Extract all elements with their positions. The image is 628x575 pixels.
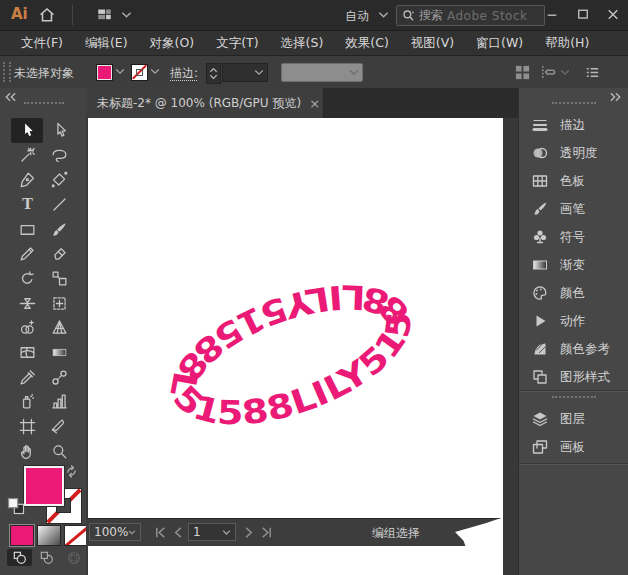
color-label: 颜色 xyxy=(560,285,585,302)
chevron-down-icon[interactable] xyxy=(378,11,389,19)
slice-tool-button[interactable] xyxy=(43,414,75,439)
perspective-grid-tool-button[interactable] xyxy=(43,316,75,341)
gradient-tool-button[interactable] xyxy=(43,340,75,365)
stroke-weight-stepper[interactable] xyxy=(206,63,221,84)
artboard-number-combo[interactable]: 1 xyxy=(188,523,236,541)
artboard-tool-button[interactable] xyxy=(11,414,43,439)
magic-wand-tool-button[interactable] xyxy=(11,143,43,168)
symbols-label: 符号 xyxy=(560,229,585,246)
panel-tab-stroke[interactable]: 描边 xyxy=(519,111,628,139)
panel-tab-brushes[interactable]: 画笔 xyxy=(519,195,628,223)
swap-fill-stroke-icon[interactable] xyxy=(64,464,79,479)
panel-tab-symbols[interactable]: 符号 xyxy=(519,223,628,251)
zoom-tool-button[interactable] xyxy=(43,439,75,464)
panel-tab-color-guide[interactable]: 颜色参考 xyxy=(519,335,628,363)
last-artboard-icon[interactable] xyxy=(260,526,273,539)
panel-tab-swatches[interactable]: 色板 xyxy=(519,167,628,195)
eraser-tool-button[interactable] xyxy=(43,241,75,266)
stroke-weight-combo[interactable] xyxy=(222,63,268,82)
panel-drag-handle[interactable] xyxy=(552,396,596,398)
minimize-icon[interactable] xyxy=(541,6,563,23)
workspace-mode-label[interactable]: 自动 xyxy=(345,8,369,25)
panel-tab-actions[interactable]: 动作 xyxy=(519,307,628,335)
align-objects-icon[interactable] xyxy=(539,64,556,81)
graphic-styles-icon xyxy=(531,368,549,386)
chevron-down-icon[interactable] xyxy=(121,11,132,19)
shaper-tool-button[interactable] xyxy=(11,241,43,266)
symbol-sprayer-tool-button[interactable] xyxy=(11,390,43,415)
tool-grid: T xyxy=(11,118,75,464)
menu-item-6[interactable]: 视图(V) xyxy=(400,35,465,52)
column-graph-tool-button[interactable] xyxy=(43,390,75,415)
draw-behind-icon[interactable] xyxy=(34,549,59,566)
artboard[interactable]: 51588LILY51588LILY51588L xyxy=(88,118,503,575)
close-icon[interactable] xyxy=(602,6,624,23)
panel-drag-handle[interactable] xyxy=(552,102,596,104)
menu-item-1[interactable]: 编辑(E) xyxy=(74,35,139,52)
panel-tab-color[interactable]: 颜色 xyxy=(519,279,628,307)
mesh-tool-button[interactable] xyxy=(11,340,43,365)
first-artboard-icon[interactable] xyxy=(154,526,167,539)
stroke-color-swatch[interactable] xyxy=(131,64,148,81)
collapse-dock-icon[interactable] xyxy=(4,92,17,102)
transform-grid-icon[interactable] xyxy=(514,64,531,81)
expand-dock-icon[interactable] xyxy=(609,92,622,102)
paintbrush-tool-button[interactable] xyxy=(43,217,75,242)
lasso-tool-button[interactable] xyxy=(43,143,75,168)
chevron-down-icon[interactable] xyxy=(150,68,160,75)
panel-tab-transparency[interactable]: 透明度 xyxy=(519,139,628,167)
zoom-level-combo[interactable]: 100% xyxy=(89,523,141,541)
swatches-icon xyxy=(531,172,549,190)
hand-tool-button[interactable] xyxy=(11,439,43,464)
chevron-down-icon[interactable] xyxy=(560,69,570,76)
rectangle-tool-icon xyxy=(18,220,37,239)
panel-drag-handle[interactable] xyxy=(3,62,11,82)
panel-tab-gradient[interactable]: 渐变 xyxy=(519,251,628,279)
curvature-tool-button[interactable] xyxy=(43,167,75,192)
gradient-mode-button[interactable] xyxy=(37,525,61,546)
menu-item-8[interactable]: 帮助(H) xyxy=(534,35,600,52)
rectangle-tool-button[interactable] xyxy=(11,217,43,242)
ring-text-artwork: 51588LILY51588LILY51588L xyxy=(88,118,503,575)
tab-close-icon[interactable]: × xyxy=(309,97,320,110)
pen-tool-button[interactable] xyxy=(11,167,43,192)
chevron-down-icon[interactable] xyxy=(115,68,125,75)
panel-tab-artboards[interactable]: 画板 xyxy=(519,433,628,461)
fill-color-proxy[interactable] xyxy=(24,466,64,506)
eyedropper-tool-button[interactable] xyxy=(11,365,43,390)
direct-selection-tool-button[interactable] xyxy=(43,118,75,143)
menu-item-3[interactable]: 文字(T) xyxy=(205,35,269,52)
menu-item-4[interactable]: 选择(S) xyxy=(270,35,335,52)
rotate-tool-button[interactable] xyxy=(11,266,43,291)
maximize-icon[interactable] xyxy=(572,6,594,23)
selection-tool-button[interactable] xyxy=(11,118,43,143)
draw-normal-icon[interactable] xyxy=(7,549,32,566)
default-fill-stroke-icon[interactable] xyxy=(6,496,26,516)
document-tab[interactable]: 未标题-2* @ 100% (RGB/GPU 预览) × xyxy=(86,88,324,118)
search-input[interactable]: 搜索 Adobe Stock xyxy=(396,5,545,26)
menu-item-7[interactable]: 窗口(W) xyxy=(465,35,534,52)
menu-item-0[interactable]: 文件(F) xyxy=(10,35,74,52)
panel-tab-layers[interactable]: 图层 xyxy=(519,405,628,433)
none-mode-button[interactable] xyxy=(64,525,88,546)
home-icon[interactable] xyxy=(38,6,56,24)
panel-menu-icon[interactable] xyxy=(584,64,601,81)
workspace-switcher-icon[interactable] xyxy=(96,7,113,22)
blend-tool-button[interactable] xyxy=(43,365,75,390)
fill-color-swatch[interactable] xyxy=(96,64,113,81)
line-segment-tool-button[interactable] xyxy=(43,192,75,217)
menu-item-5[interactable]: 效果(C) xyxy=(334,35,399,52)
artboards-icon xyxy=(531,438,549,456)
stroke-weight-label[interactable]: 描边: xyxy=(170,65,198,82)
menu-item-2[interactable]: 对象(O) xyxy=(139,35,206,52)
scale-tool-button[interactable] xyxy=(43,266,75,291)
width-tool-button[interactable] xyxy=(11,291,43,316)
next-artboard-icon[interactable] xyxy=(242,526,255,539)
type-tool-button[interactable]: T xyxy=(11,192,43,217)
color-mode-button[interactable] xyxy=(10,525,34,546)
previous-artboard-icon[interactable] xyxy=(172,526,185,539)
shape-builder-tool-button[interactable] xyxy=(11,316,43,341)
panel-drag-handle[interactable] xyxy=(24,102,64,104)
panel-tab-graphic-styles[interactable]: 图形样式 xyxy=(519,363,628,391)
free-transform-tool-button[interactable] xyxy=(43,291,75,316)
